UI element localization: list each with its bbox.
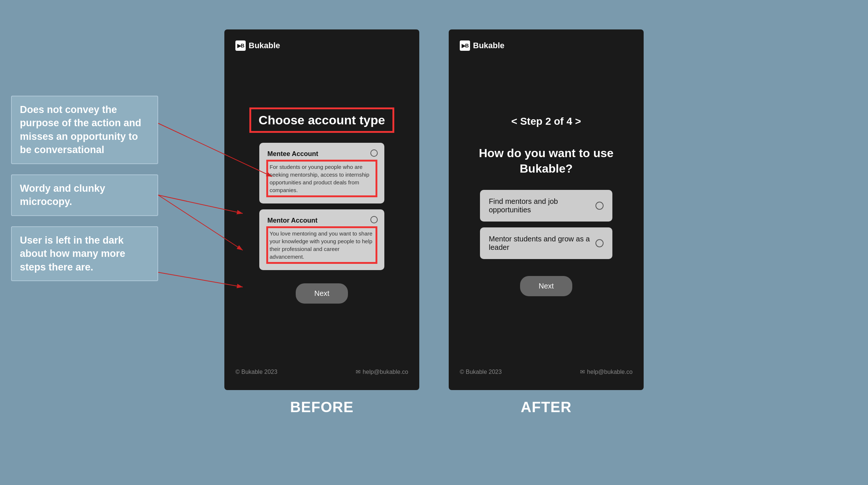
mentor-card-title: Mentor Account: [267, 217, 376, 224]
before-footer-left: © Bukable 2023: [235, 369, 277, 375]
option1-radio[interactable]: [595, 202, 604, 210]
before-header: ▶B Bukable: [235, 40, 408, 51]
annotation-1: Does not convey the purpose of the actio…: [11, 96, 158, 164]
option2-label: Mentor students and grow as a leader: [489, 235, 595, 252]
mentee-card-title: Mentee Account: [267, 150, 376, 158]
annotation-3: User is left in the dark about how many …: [11, 226, 158, 281]
before-next-button[interactable]: Next: [296, 283, 348, 304]
before-footer-email: ✉ help@bukable.co: [356, 368, 408, 375]
after-next-button[interactable]: Next: [520, 276, 572, 296]
after-panel: ▶B Bukable < Step 2 of 4 > How do you wa…: [449, 29, 644, 415]
option-find-mentors[interactable]: Find mentors and job opportunities: [480, 190, 612, 222]
mentor-card[interactable]: Mentor Account You love mentoring and yo…: [259, 209, 384, 270]
after-label: AFTER: [521, 399, 572, 415]
after-screen: ▶B Bukable < Step 2 of 4 > How do you wa…: [449, 29, 644, 390]
after-bukable-logo-icon: ▶B: [460, 40, 470, 51]
after-content: < Step 2 of 4 > How do you want to use B…: [460, 51, 633, 361]
before-footer: © Bukable 2023 ✉ help@bukable.co: [235, 368, 408, 375]
after-footer-email: ✉ help@bukable.co: [580, 368, 633, 375]
option2-radio[interactable]: [595, 239, 604, 247]
option1-label: Find mentors and job opportunities: [489, 197, 595, 214]
mentee-radio[interactable]: [370, 149, 378, 157]
before-content: Choose account type Mentee Account For s…: [235, 51, 408, 361]
mentee-card[interactable]: Mentee Account For students or young peo…: [259, 143, 384, 203]
before-footer-right: help@bukable.co: [363, 369, 408, 375]
after-header: ▶B Bukable: [460, 40, 633, 51]
option-mentor-students[interactable]: Mentor students and grow as a leader: [480, 227, 612, 259]
after-logo: ▶B Bukable: [460, 40, 505, 51]
email-icon: ✉: [356, 368, 360, 375]
mentee-card-desc: For students or young people who are see…: [267, 161, 376, 196]
after-email-icon: ✉: [580, 368, 585, 375]
after-footer-right: help@bukable.co: [587, 369, 633, 375]
bukable-logo-icon: ▶B: [235, 40, 246, 51]
before-title: Choose account type: [250, 109, 393, 132]
before-logo: ▶B Bukable: [235, 40, 280, 51]
before-panel: ▶B Bukable Choose account type Mentee Ac…: [224, 29, 419, 415]
after-footer-left: © Bukable 2023: [460, 369, 502, 375]
annotation-2: Wordy and clunky microcopy.: [11, 174, 158, 216]
main-question: How do you want to use Bukable?: [460, 146, 633, 176]
mentor-card-desc: You love mentoring and you want to share…: [267, 227, 376, 263]
after-footer: © Bukable 2023 ✉ help@bukable.co: [460, 368, 633, 375]
before-screen: ▶B Bukable Choose account type Mentee Ac…: [224, 29, 419, 390]
before-label: BEFORE: [290, 399, 354, 415]
mentor-radio[interactable]: [370, 216, 378, 223]
step-indicator: < Step 2 of 4 >: [511, 116, 581, 127]
